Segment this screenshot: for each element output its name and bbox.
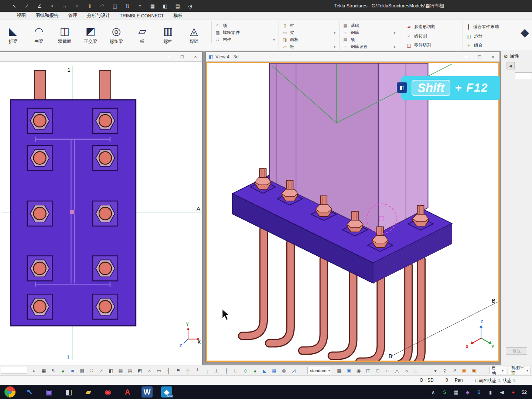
create-assembly-dropdown-icon[interactable]: ▾ <box>272 38 275 42</box>
snap-mid-icon[interactable]: ┼ <box>183 366 192 375</box>
bolt-plan[interactable] <box>93 146 118 171</box>
snap-cut-icon[interactable]: × <box>145 366 154 375</box>
bolt-plan[interactable] <box>93 201 118 226</box>
snap-intersection-icon[interactable]: ┬ <box>202 366 212 375</box>
create-footing[interactable]: ▦基础 <box>342 22 395 29</box>
qat-measure-icon[interactable]: ↔ <box>61 2 69 10</box>
qat-parallel-icon[interactable]: ‖ <box>86 2 94 10</box>
zoom-search-icon[interactable]: ⌕ <box>30 366 39 375</box>
taskbar-adobe[interactable]: A <box>122 386 133 398</box>
create-plate[interactable]: ▱板▾ <box>282 43 335 50</box>
view4-canvas-area[interactable]: B B Z Y X ◧ <box>206 62 499 362</box>
menu-templates[interactable]: 模板 <box>169 12 187 20</box>
select-line-icon[interactable]: ∕ <box>97 366 106 375</box>
create-assembly[interactable]: ∷构件▾ <box>215 36 275 43</box>
plan-view-canvas-area[interactable]: 1 1 A <box>0 62 202 365</box>
plan-maximize-button[interactable]: □ <box>175 52 189 61</box>
bolt-plan[interactable] <box>93 256 118 281</box>
rebar-settings-dropdown-icon[interactable]: ▾ <box>392 45 395 49</box>
qat-grid-icon[interactable]: ▦ <box>149 2 157 10</box>
taskbar-cursor-app[interactable]: ↖ <box>24 386 35 398</box>
hatch-toggle-icon[interactable]: ▩ <box>335 366 344 375</box>
remove-x-icon[interactable]: – <box>421 366 430 375</box>
sum-icon[interactable]: Σ <box>440 366 450 375</box>
menu-analysis-design[interactable]: 分析与设计 <box>83 12 115 20</box>
tool-bolt[interactable]: ▥螺栓 <box>155 21 181 50</box>
grid-plane-icon[interactable]: ▦ <box>116 366 125 375</box>
tray-purple-icon[interactable]: ◆ <box>464 388 471 396</box>
tray-volume-icon[interactable]: ◀ <box>499 388 505 396</box>
snap-grid-icon[interactable]: ◣ <box>260 366 269 375</box>
snap-edge-icon[interactable]: ┤ <box>164 366 173 375</box>
create-rebar[interactable]: ≡钢筋▾ <box>342 29 395 36</box>
snap-any-icon[interactable]: ◇ <box>241 366 250 375</box>
fly-icon[interactable]: ↗ <box>450 366 459 375</box>
create-column[interactable]: ▯柱 <box>282 22 335 29</box>
circle-snap-icon[interactable]: ○ <box>383 366 392 375</box>
bounding-box-icon[interactable]: □ <box>373 366 382 375</box>
qat-copy-icon[interactable]: ◫ <box>111 2 119 10</box>
view4-close-button[interactable]: × <box>486 52 499 61</box>
snap-perpendicular-icon[interactable]: ⊥ <box>212 366 221 375</box>
render-options-icon[interactable]: ▣ <box>469 366 478 375</box>
part-cut[interactable]: ◫零件切割 <box>406 41 456 50</box>
select-part-icon[interactable]: ◧ <box>106 366 116 375</box>
qat-balance-icon[interactable]: ⇅ <box>123 2 132 10</box>
plan-view-titlebar[interactable]: – □ × <box>0 52 202 62</box>
tool-plate[interactable]: ▱板 <box>129 21 155 50</box>
qat-window-icon[interactable]: ◧ <box>161 2 169 10</box>
view4-maximize-button[interactable]: □ <box>473 52 486 61</box>
view4-window[interactable]: ◧ View 4 - 3d – □ × <box>205 52 500 361</box>
view4-canvas[interactable]: B B Z Y X <box>207 63 498 361</box>
tool-orthogonal-beam[interactable]: ◩正交梁 <box>78 21 103 50</box>
menu-trimble-connect[interactable]: TRIMBLE CONNECT <box>116 13 168 19</box>
selection-filter-input[interactable] <box>1 367 27 374</box>
tray-bluetooth-icon[interactable]: B <box>476 388 482 396</box>
polygon-cut[interactable]: ▰多边形切割 <box>406 22 456 31</box>
qat-pages-icon[interactable]: ▤ <box>174 2 182 10</box>
create-plate-dropdown-icon[interactable]: ▾ <box>332 45 335 49</box>
create-panel[interactable]: ◨面板 <box>282 36 335 43</box>
qat-angle-icon[interactable]: ∠ <box>35 2 44 10</box>
ortho-toggle-icon[interactable]: ◿ <box>289 366 298 375</box>
clash-check-icon[interactable]: ◫ <box>364 366 373 375</box>
qat-circle-icon[interactable]: ○ <box>73 2 81 10</box>
bolt-plan[interactable] <box>27 256 52 281</box>
snap-origin-icon[interactable]: ∟ <box>231 366 241 375</box>
snap-end-icon[interactable]: ┴ <box>193 366 202 375</box>
tool-twin-profile[interactable]: ◫双截面 <box>52 21 78 50</box>
tray-expand-icon[interactable]: ∧ <box>430 388 437 396</box>
tool-spiral-beam[interactable]: ◎螺旋梁 <box>103 21 129 50</box>
qat-line-icon[interactable]: ∕ <box>23 2 31 10</box>
taskbar-tekla[interactable]: ◆2020 <box>161 386 172 398</box>
tray-alert-icon[interactable]: ● <box>510 388 517 396</box>
snap-reference-icon[interactable]: ▦ <box>270 366 279 375</box>
taskbar-record[interactable]: ◉ <box>102 386 113 398</box>
workplane-icon[interactable]: ▣ <box>344 366 354 375</box>
anchor-rod-top-right[interactable] <box>100 70 111 100</box>
qat-point-icon[interactable]: • <box>48 2 56 10</box>
menu-view[interactable]: 视图 <box>13 12 30 20</box>
corner-tool-icon[interactable]: ∟ <box>412 366 421 375</box>
taskbar-chrome[interactable]: ● <box>4 386 16 398</box>
create-beam-dropdown-icon[interactable]: ▾ <box>332 31 335 35</box>
select-cursor-icon[interactable]: ↖ <box>49 366 58 375</box>
tray-app-s-icon[interactable]: S <box>441 388 448 396</box>
snap-flag-icon[interactable]: ⚑ <box>174 366 183 375</box>
fit-part-end[interactable]: ┃适合零件末端 <box>466 22 499 31</box>
qat-history-icon[interactable]: ◷ <box>186 2 194 10</box>
select-assembly-icon[interactable]: ▨ <box>78 366 87 375</box>
qat-select-icon[interactable]: ↖ <box>10 2 18 10</box>
rebar-settings[interactable]: ≡钢筋设置▾ <box>342 43 395 50</box>
plan-close-button[interactable]: × <box>189 52 202 61</box>
plan-view-canvas[interactable]: 1 1 A <box>0 62 202 365</box>
bolt-plan[interactable] <box>93 294 118 319</box>
select-points-icon[interactable]: ∷ <box>87 366 96 375</box>
taskbar-purple-app[interactable]: ▣ <box>44 386 55 398</box>
modify-button[interactable]: 修改 <box>506 347 527 355</box>
create-beam[interactable]: ▭梁▾ <box>282 29 335 36</box>
qat-level-icon[interactable]: ≡ <box>136 2 144 10</box>
menu-drawings-reports[interactable]: 图纸和报告 <box>31 12 63 20</box>
snap-corner-icon[interactable]: ◩ <box>135 366 144 375</box>
view-plane-dropdown[interactable]: 视图平面 ▾ <box>509 367 531 374</box>
